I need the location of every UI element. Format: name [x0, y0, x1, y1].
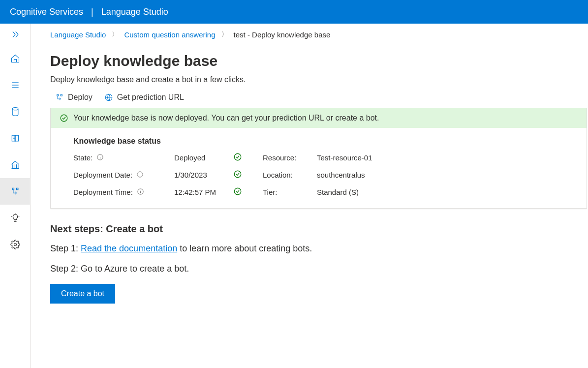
- next-steps: Next steps: Create a bot Step 1: Read th…: [50, 223, 588, 304]
- svg-point-34: [234, 188, 241, 195]
- status-check: [233, 187, 263, 197]
- breadcrumb-current: test - Deploy knowledge base: [234, 31, 331, 39]
- status-label: State:: [73, 153, 174, 162]
- create-a-bot-button[interactable]: Create a bot: [50, 284, 115, 304]
- status-value: 12:42:57 PM: [174, 188, 233, 196]
- breadcrumb-link-studio[interactable]: Language Studio: [50, 31, 106, 39]
- topbar-divider: |: [91, 7, 93, 17]
- info-icon: [96, 153, 104, 162]
- sidebar: [0, 24, 31, 368]
- deploy-icon: [10, 186, 20, 196]
- gear-icon: [10, 240, 20, 249]
- toolbar: Deploy Get prediction URL: [50, 93, 588, 102]
- sidebar-item-list[interactable]: [0, 72, 30, 98]
- sidebar-item-home[interactable]: [0, 45, 30, 72]
- get-prediction-url-label: Get prediction URL: [117, 93, 184, 102]
- svg-point-30: [234, 171, 241, 178]
- status-right-value: southcentralus: [317, 171, 564, 179]
- status-label: Deployment Time:: [73, 188, 174, 197]
- status-right-label: Tier:: [263, 188, 317, 196]
- svg-point-3: [12, 108, 18, 110]
- status-card: Your knowledge base is now deployed. You…: [50, 108, 587, 209]
- status-value: 1/30/2023: [174, 171, 233, 179]
- chevron-right-icon: 〉: [221, 30, 228, 39]
- status-check: [233, 153, 263, 163]
- breadcrumb: Language Studio 〉 Custom question answer…: [50, 30, 588, 39]
- sidebar-item-ideas[interactable]: [0, 205, 30, 231]
- page-subtitle: Deploy knowledge base and create a bot i…: [50, 75, 588, 84]
- svg-rect-14: [16, 188, 18, 189]
- chevron-double-right-icon: [10, 30, 20, 39]
- step-2: Step 2: Go to Azure to create a bot.: [50, 264, 588, 274]
- next-steps-heading: Next steps: Create a bot: [50, 223, 588, 235]
- status-right-label: Resource:: [263, 153, 317, 162]
- svg-point-33: [140, 190, 141, 190]
- info-icon: [136, 171, 144, 180]
- svg-point-26: [234, 153, 241, 160]
- app-name-left: Cognitive Services: [10, 7, 83, 17]
- list-lines-icon: [10, 80, 20, 90]
- sidebar-item-docs[interactable]: [0, 125, 30, 152]
- main-content: Language Studio 〉 Custom question answer…: [31, 24, 588, 368]
- status-right-value: Standard (S): [317, 188, 564, 196]
- sidebar-item-schema[interactable]: [0, 152, 30, 178]
- sidebar-item-data[interactable]: [0, 98, 30, 125]
- building-bar-icon: [10, 160, 20, 170]
- sidebar-item-deploy[interactable]: [0, 178, 30, 205]
- step-1: Step 1: Read the documentation to learn …: [50, 244, 588, 254]
- chevron-right-icon: 〉: [112, 30, 118, 39]
- documents-icon: [10, 133, 20, 143]
- status-label: Deployment Date:: [73, 171, 174, 180]
- database-icon: [10, 107, 20, 117]
- sidebar-item-settings[interactable]: [0, 231, 30, 258]
- status-check: [233, 170, 263, 180]
- status-value: Deployed: [174, 153, 233, 162]
- app-name-right: Language Studio: [101, 7, 168, 17]
- svg-point-29: [140, 173, 140, 173]
- svg-rect-13: [12, 188, 14, 189]
- status-right-label: Location:: [263, 171, 317, 179]
- deploy-button-label: Deploy: [68, 93, 93, 102]
- status-grid: State:DeployedResource:Test-resource-01D…: [73, 153, 564, 197]
- deploy-button[interactable]: Deploy: [55, 93, 93, 102]
- info-icon: [137, 188, 144, 197]
- breadcrumb-link-qa[interactable]: Custom question answering: [124, 31, 215, 39]
- svg-point-18: [14, 244, 16, 246]
- status-title: Knowledge base status: [73, 137, 564, 146]
- lightbulb-icon: [10, 213, 20, 223]
- read-documentation-link[interactable]: Read the documentation: [81, 244, 177, 253]
- svg-rect-19: [57, 94, 59, 96]
- home-icon: [10, 54, 20, 63]
- step-1-prefix: Step 1:: [50, 244, 81, 253]
- globe-icon: [104, 93, 113, 102]
- check-circle-icon: [60, 114, 68, 123]
- svg-rect-20: [61, 94, 62, 96]
- step-1-suffix: to learn more about creating bots.: [177, 244, 312, 253]
- top-bar: Cognitive Services | Language Studio: [0, 0, 588, 24]
- svg-point-25: [100, 155, 100, 156]
- get-prediction-url-button[interactable]: Get prediction URL: [104, 93, 184, 102]
- status-right-value: Test-resource-01: [317, 153, 564, 162]
- svg-point-22: [61, 115, 67, 122]
- banner-message: Your knowledge base is now deployed. You…: [73, 114, 379, 123]
- deploy-icon: [55, 93, 64, 102]
- expand-sidebar-button[interactable]: [0, 24, 30, 45]
- success-banner: Your knowledge base is now deployed. You…: [51, 108, 587, 128]
- page-title: Deploy knowledge base: [50, 53, 588, 69]
